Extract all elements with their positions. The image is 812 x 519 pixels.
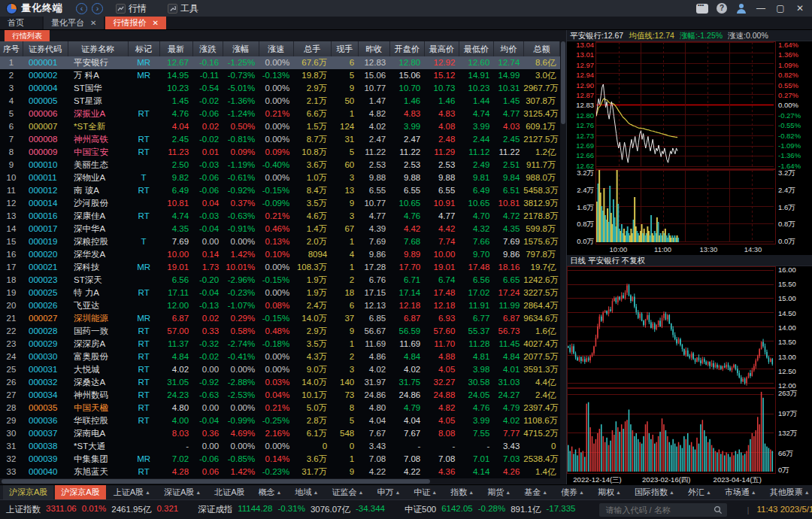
category-tab-10[interactable]: 期货▲ bbox=[481, 485, 517, 499]
column-header-昨收[interactable]: 昨收 bbox=[358, 41, 389, 56]
cell: 000020 bbox=[23, 248, 68, 261]
table-row-000026[interactable]: 20000026飞亚达12.00-0.13-1.07%0.08%2.4万612.… bbox=[0, 299, 560, 312]
category-tab-8[interactable]: 中证▲ bbox=[408, 485, 443, 499]
table-row-000030[interactable]: 24000030富奥股份RT4.84-0.02-0.41%0.00%4.3万24… bbox=[0, 351, 560, 363]
tab-0[interactable]: 首页 bbox=[0, 17, 42, 29]
category-tab-11[interactable]: 基金▲ bbox=[518, 485, 553, 499]
category-tab-13[interactable]: 期权▲ bbox=[592, 485, 627, 499]
message-icon[interactable] bbox=[695, 2, 710, 14]
category-tab-12[interactable]: 债券▲ bbox=[555, 485, 590, 499]
table-row-000010[interactable]: 9000010美丽生态2.50-0.03-1.19%-0.40%3.6万602.… bbox=[0, 159, 560, 171]
intraday-price-plot[interactable] bbox=[595, 41, 776, 169]
close-button[interactable]: ✕ bbox=[792, 2, 807, 14]
help-icon[interactable]: ? bbox=[714, 2, 729, 14]
axis-label: 12.97 bbox=[567, 62, 594, 68]
table-row-000034[interactable]: 27000034神州数码RT24.23-0.63-2.53%0.04%10.1万… bbox=[0, 389, 560, 402]
category-tab-16[interactable]: 市场通▲ bbox=[719, 485, 762, 499]
horizontal-scrollbar[interactable] bbox=[0, 478, 566, 484]
category-tab-14[interactable]: 国际指数▲ bbox=[629, 485, 680, 499]
table-row-000005[interactable]: 4000005ST星源1.45-0.02-1.36%0.00%2.1万501.4… bbox=[0, 95, 560, 108]
cell: 中集集团 bbox=[68, 453, 128, 466]
column-header-证券代码[interactable]: 证券代码 bbox=[23, 41, 68, 56]
table-row-000014[interactable]: 12000014沙河股份10.810.040.37%-0.09%3.5万910.… bbox=[0, 197, 560, 210]
cell: 10.65 bbox=[389, 197, 424, 210]
category-tab-17[interactable]: 其他股票▲ bbox=[764, 485, 812, 499]
table-row-000039[interactable]: 32000039中集集团MR7.02-0.06-0.85%0.14%3.6万17… bbox=[0, 453, 560, 466]
table-row-000038[interactable]: 31000038*ST大通-0.000.00%0.00%003.43---3.4… bbox=[0, 440, 560, 453]
table-row-000017[interactable]: 14000017深中华A4.35-0.04-0.91%0.46%1.4万674.… bbox=[0, 223, 560, 235]
column-header-最新[interactable]: 最新 bbox=[159, 41, 192, 56]
table-row-000008[interactable]: 7000008神州高铁RT2.45-0.02-0.81%0.00%8.7万312… bbox=[0, 133, 560, 146]
table-row-000028[interactable]: 22000028国药一致RT57.000.330.58%0.48%2.9万956… bbox=[0, 325, 560, 338]
column-header-最低价[interactable]: 最低价 bbox=[459, 41, 493, 56]
user-icon[interactable] bbox=[734, 2, 749, 14]
table-row-000020[interactable]: 16000020深华发A10.000.141.42%0.10%809449.86… bbox=[0, 248, 560, 261]
category-tab-2[interactable]: 深证A股▲ bbox=[158, 485, 207, 499]
tab-1[interactable]: 量化平台✕ bbox=[44, 17, 104, 29]
category-tab-1[interactable]: 上证A股▲ bbox=[108, 485, 156, 499]
subtab-quote-list[interactable]: 行情列表 bbox=[5, 30, 50, 41]
table-row-000025[interactable]: 19000025特 力ART17.11-0.04-0.23%0.00%1.9万1… bbox=[0, 287, 560, 299]
vertical-scrollbar[interactable] bbox=[560, 41, 566, 478]
category-tab-3[interactable]: 北证A股 bbox=[208, 485, 250, 499]
table-row-000032[interactable]: 26000032深桑达ART31.05-0.92-2.88%0.03%14.0万… bbox=[0, 376, 560, 389]
index-quote-1[interactable]: 深证成指11144.28-0.31%3076.07亿-34.344 bbox=[198, 504, 385, 515]
category-tab-4[interactable]: 概念▲ bbox=[253, 485, 288, 499]
column-header-总额[interactable]: 总额 bbox=[523, 41, 559, 56]
category-tab-6[interactable]: 证监会▲ bbox=[326, 485, 369, 499]
index-quote-2[interactable]: 中证5006142.05-0.28%891.1亿-17.335 bbox=[404, 504, 576, 515]
table-row-000029[interactable]: 23000029深深房ART11.37-0.32-2.74%-0.18%3.5万… bbox=[0, 338, 560, 351]
nav-back-button[interactable]: ‹ bbox=[76, 3, 87, 14]
column-header-最高价[interactable]: 最高价 bbox=[424, 41, 459, 56]
column-header-均价[interactable]: 均价 bbox=[493, 41, 523, 56]
table-row-000023[interactable]: 18000023ST深天6.56-0.20-2.96%-0.15%1.9万26.… bbox=[0, 274, 560, 287]
column-header-涨幅[interactable]: 涨幅 bbox=[223, 41, 259, 56]
table-row-000037[interactable]: 30000037深南电A8.030.364.69%2.16%6.1万5487.6… bbox=[0, 427, 560, 440]
index-quote-0[interactable]: 上证指数3311.060.01%2461.95亿0.321 bbox=[6, 504, 178, 515]
table-row-000016[interactable]: 13000016深康佳ART4.74-0.03-0.63%0.21%4.6万34… bbox=[0, 210, 560, 223]
category-tab-0[interactable]: 沪深京A股 bbox=[55, 485, 105, 499]
column-header-涨跌[interactable]: 涨跌 bbox=[192, 41, 223, 56]
table-row-000011[interactable]: 10000011深物业AT9.82-0.06-0.61%0.00%1.0万39.… bbox=[0, 171, 560, 184]
table-row-000036[interactable]: 29000036华联控股RT4.00-0.04-0.99%-0.25%2.8万5… bbox=[0, 414, 560, 427]
table-row-000040[interactable]: 33000040东旭蓝天RT4.280.061.42%-0.23%31.7万94… bbox=[0, 466, 560, 478]
column-header-涨速[interactable]: 涨速 bbox=[259, 41, 293, 56]
app-title: 量化终端 bbox=[21, 2, 63, 15]
category-tab-5[interactable]: 地域▲ bbox=[289, 485, 325, 499]
tab-close-icon[interactable]: ✕ bbox=[152, 19, 158, 27]
column-header-开盘价[interactable]: 开盘价 bbox=[389, 41, 424, 56]
search-box[interactable] bbox=[599, 503, 727, 517]
kline-price-plot[interactable] bbox=[567, 266, 776, 388]
table-row-000012[interactable]: 11000012南 玻ART6.49-0.06-0.92%-0.15%8.4万1… bbox=[0, 184, 560, 197]
table-row-000027[interactable]: 21000027深圳能源MR6.870.020.29%-0.15%14.0万37… bbox=[0, 312, 560, 325]
kline-volume-axis-right: 263万197万132万66万0万 bbox=[776, 388, 812, 474]
category-tab-15[interactable]: 外汇▲ bbox=[682, 485, 717, 499]
column-header-序号[interactable]: 序号 bbox=[0, 41, 23, 56]
column-header-总手[interactable]: 总手 bbox=[293, 41, 331, 56]
minimize-button[interactable]: — bbox=[753, 2, 768, 14]
category-tab-7[interactable]: 申万▲ bbox=[371, 485, 406, 499]
table-row-000007[interactable]: 6000007*ST全新4.040.020.50%0.00%1.5万1244.0… bbox=[0, 120, 560, 133]
table-row-000006[interactable]: 5000006深振业ART4.76-0.06-1.24%0.21%6.6万14.… bbox=[0, 108, 560, 120]
intraday-volume-plot[interactable] bbox=[595, 169, 776, 244]
menu-item-tools[interactable]: 工具 bbox=[168, 2, 198, 15]
table-row-000004[interactable]: 3000004ST国华10.23-0.54-5.01%0.00%2.9万910.… bbox=[0, 82, 560, 95]
table-row-000002[interactable]: 2000002万 科AMR14.95-0.11-0.73%-0.13%19.8万… bbox=[0, 69, 560, 82]
nav-forward-button[interactable]: › bbox=[92, 3, 103, 14]
table-row-000019[interactable]: 15000019深粮控股T7.690.000.00%0.13%2.0万17.69… bbox=[0, 235, 560, 248]
column-header-证券名称[interactable]: 证券名称 bbox=[68, 41, 128, 56]
column-header-现手[interactable]: 现手 bbox=[331, 41, 358, 56]
menu-item-quotes[interactable]: 行情 bbox=[116, 2, 147, 15]
maximize-button[interactable]: ▢ bbox=[773, 2, 788, 14]
table-row-000001[interactable]: 1000001平安银行MR12.67-0.16-1.25%0.00%67.6万6… bbox=[0, 56, 560, 69]
category-tab-9[interactable]: 指数▲ bbox=[444, 485, 480, 499]
table-row-000035[interactable]: 28000035中国天楹RT4.800.000.00%0.21%5.0万84.8… bbox=[0, 402, 560, 414]
tab-close-icon[interactable]: ✕ bbox=[90, 19, 96, 27]
tab-2[interactable]: 行情报价✕ bbox=[105, 17, 165, 29]
column-header-标记[interactable]: 标记 bbox=[128, 41, 159, 56]
table-row-000009[interactable]: 8000009中国宝安RT11.230.010.09%0.09%10.8万511… bbox=[0, 146, 560, 159]
table-row-000031[interactable]: 25000031大悦城RT4.020.000.00%0.00%9.0万34.02… bbox=[0, 363, 560, 376]
table-row-000021[interactable]: 17000021深科技MR19.011.7310.01%0.00%108.3万1… bbox=[0, 261, 560, 274]
kline-volume-plot[interactable] bbox=[567, 388, 776, 474]
search-input[interactable] bbox=[604, 505, 714, 515]
